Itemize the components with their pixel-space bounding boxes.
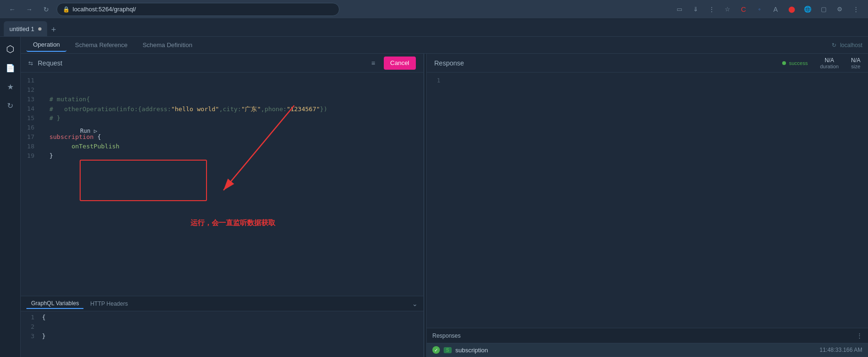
new-tab-button[interactable]: +: [47, 23, 60, 36]
main-content: Operation Schema Reference Schema Defini…: [21, 37, 868, 357]
code-line-11: 11: [21, 76, 423, 86]
code-line-14: 14 # otherOperation(info:{address:"hello…: [21, 105, 423, 114]
subscription-highlight-box: [80, 160, 207, 201]
tab-schema-definition[interactable]: Schema Definition: [136, 39, 199, 52]
tab-http-headers[interactable]: HTTP Headers: [85, 299, 132, 308]
sidebar-icon-history[interactable]: ↻: [2, 97, 19, 114]
collapse-button[interactable]: ⌄: [412, 300, 418, 308]
status-dot: [782, 61, 786, 65]
size-block: N/A size: [851, 57, 860, 69]
editor-area: ⇆ Request ≡ Cancel 11 12: [21, 54, 868, 357]
graphql-vars-tab-bar: GraphQL Variables HTTP Headers ⌄: [21, 296, 423, 311]
response-panel-header: Response success N/A duration N/A size: [427, 54, 868, 73]
variables-editor[interactable]: 1 { 2 3 }: [21, 311, 423, 357]
code-line-18: 18 onTestPublish: [21, 142, 423, 152]
extension2-icon[interactable]: ◦: [753, 3, 766, 16]
tab-bar: untitled 1 +: [0, 19, 868, 37]
code-line-17: 17 subscription {: [21, 133, 423, 142]
layout-icon[interactable]: ≡: [367, 57, 380, 70]
cast-icon[interactable]: ▭: [673, 3, 686, 16]
request-panel-title: Request: [38, 59, 62, 67]
tab-graphql-variables[interactable]: GraphQL Variables: [26, 299, 83, 309]
host-label: localhost: [840, 42, 862, 49]
settings-icon[interactable]: ⚙: [833, 3, 846, 16]
browser-chrome: ← → ↻ 🔒 localhost:5264/graphql/ ▭ ⇓ ⋮ ☆ …: [0, 0, 868, 19]
cancel-button[interactable]: Cancel: [384, 57, 416, 70]
size-value: N/A: [851, 57, 860, 64]
responses-title: Responses: [432, 333, 461, 339]
request-panel-header: ⇆ Request ≡ Cancel: [21, 54, 423, 73]
browser-tab[interactable]: untitled 1: [4, 21, 47, 36]
extension4-icon[interactable]: ⬤: [785, 3, 798, 16]
var-line-2: 2: [21, 323, 423, 332]
extension6-icon[interactable]: ▢: [817, 3, 830, 16]
address-bar[interactable]: 🔒 localhost:5264/graphql/: [57, 3, 339, 16]
duration-text: duration: [820, 64, 839, 69]
back-button[interactable]: ←: [6, 3, 19, 16]
request-panel: ⇆ Request ≡ Cancel 11 12: [21, 54, 424, 357]
response-name: subscription: [455, 347, 488, 354]
share-icon[interactable]: ⋮: [705, 3, 718, 16]
duration-block: N/A duration: [820, 57, 839, 69]
refresh-icon[interactable]: ↻: [832, 42, 836, 49]
var-line-1: 1 {: [21, 313, 423, 323]
nav-tabs-right: ↻ localhost: [832, 42, 862, 49]
url-text: localhost:5264/graphql/: [73, 6, 136, 13]
sidebar-icon-star[interactable]: ★: [2, 78, 19, 95]
bottom-panels-left: GraphQL Variables HTTP Headers ⌄ 1 { 2: [21, 296, 423, 357]
code-line-12: 12: [21, 86, 423, 95]
run-label[interactable]: Run ▷: [80, 128, 97, 134]
tab-unsaved-dot: [38, 27, 41, 31]
responses-header: Responses ⋮: [427, 328, 868, 343]
response-body: 1: [427, 73, 868, 328]
tab-operation[interactable]: Operation: [26, 39, 66, 52]
response-line-1: 1: [427, 76, 868, 86]
var-line-3: 3 }: [21, 332, 423, 341]
status-indicator: success: [782, 60, 808, 66]
response-row-subscription[interactable]: ✓ S subscription 11:48:33.166 AM: [427, 343, 868, 357]
code-editor[interactable]: 11 12 13 # mutation{ 14 # otherOperation: [21, 73, 423, 296]
responses-section: Responses ⋮ ✓ S subscription 11:48:33.16…: [427, 328, 868, 357]
request-panel-header-right: ≡ Cancel: [367, 57, 416, 70]
response-panel: Response success N/A duration N/A size: [427, 54, 868, 357]
menu-icon[interactable]: ⋮: [849, 3, 862, 16]
sidebar-icon-file[interactable]: 📄: [2, 59, 19, 76]
code-line-15: 15 # }: [21, 114, 423, 123]
extension1-icon[interactable]: C: [737, 3, 750, 16]
app-layout: ⬡ 📄 ★ ↻ Operation Schema Reference Schem…: [0, 37, 868, 357]
duration-value: N/A: [825, 57, 834, 64]
response-s-badge: S: [444, 347, 452, 353]
responses-expand-icon[interactable]: ⋮: [857, 333, 862, 339]
annotation-text: 运行，会一直监听数据获取: [190, 219, 275, 227]
response-check-icon: ✓: [432, 346, 440, 354]
reload-button[interactable]: ↻: [40, 3, 53, 16]
extension3-icon[interactable]: A: [769, 3, 782, 16]
bookmark-icon[interactable]: ☆: [721, 3, 734, 16]
response-panel-title: Response: [434, 59, 464, 67]
code-line-19: 19 }: [21, 152, 423, 161]
request-swap-icon[interactable]: ⇆: [28, 60, 33, 66]
tab-schema-reference[interactable]: Schema Reference: [68, 39, 134, 52]
status-label: success: [789, 60, 808, 66]
size-text: size: [851, 64, 860, 69]
forward-button[interactable]: →: [23, 3, 36, 16]
response-time: 11:48:33.166 AM: [819, 347, 862, 353]
tab-title: untitled 1: [9, 25, 34, 32]
sidebar-icon-logo[interactable]: ⬡: [2, 41, 19, 57]
extension5-icon[interactable]: 🌐: [801, 3, 814, 16]
nav-tabs: Operation Schema Reference Schema Defini…: [21, 37, 868, 54]
code-line-13: 13 # mutation{: [21, 95, 423, 105]
browser-icons-right: ▭ ⇓ ⋮ ☆ C ◦ A ⬤ 🌐 ▢ ⚙ ⋮: [673, 3, 862, 16]
download-icon[interactable]: ⇓: [689, 3, 702, 16]
sidebar: ⬡ 📄 ★ ↻: [0, 37, 21, 357]
